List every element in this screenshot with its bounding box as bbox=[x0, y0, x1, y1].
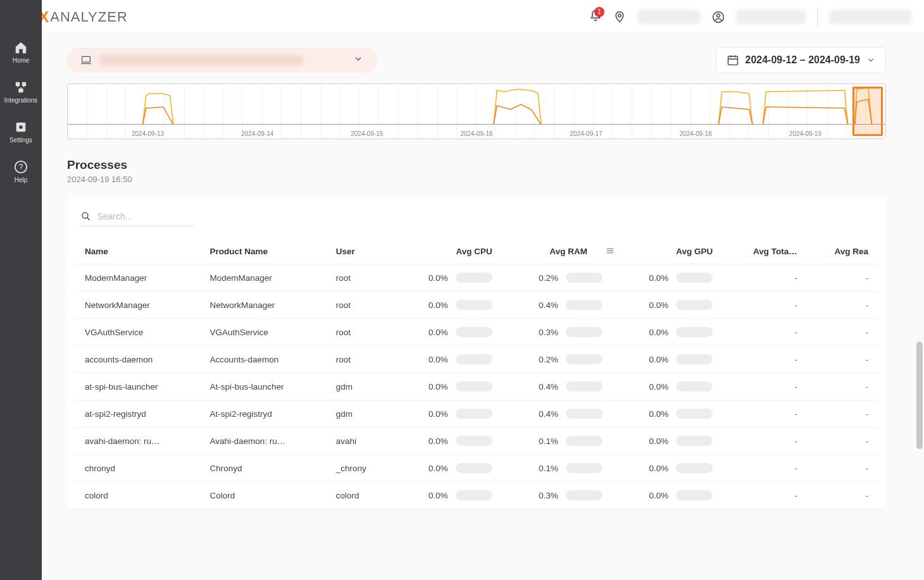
cell-cpu: 0.0% bbox=[392, 319, 503, 346]
user-circle-icon[interactable] bbox=[712, 11, 725, 23]
topbar: fle XX ANALYZER 1 bbox=[0, 0, 924, 34]
cell-cpu: 0.0% bbox=[392, 264, 503, 292]
cell-cpu: 0.0% bbox=[392, 428, 503, 455]
svg-rect-5 bbox=[18, 89, 23, 92]
ram-bar bbox=[566, 381, 602, 392]
cell-name: at-spi2-registryd bbox=[75, 400, 200, 428]
cell-name: at-spi-bus-launcher bbox=[75, 373, 200, 400]
table-row[interactable]: at-spi2-registrydAt-spi2-registrydgdm0.0… bbox=[75, 400, 878, 428]
processes-table: Name Product Name User Avg CPU Avg RAM A… bbox=[75, 239, 878, 509]
table-row[interactable]: ModemManagerModemManagerroot0.0%0.2%0.0%… bbox=[75, 264, 878, 292]
cell-rea: - bbox=[808, 482, 878, 509]
device-selector[interactable] bbox=[67, 47, 377, 73]
notifications-button[interactable]: 1 bbox=[589, 9, 602, 25]
col-avg-gpu[interactable]: Avg GPU bbox=[613, 239, 723, 264]
calendar-icon bbox=[727, 54, 739, 66]
cell-gpu: 0.0% bbox=[613, 482, 723, 509]
cell-product: At-spi2-registryd bbox=[200, 400, 326, 428]
date-range-text: 2024-09-12 – 2024-09-19 bbox=[746, 54, 860, 66]
cell-product: VGAuthService bbox=[200, 319, 326, 346]
cpu-bar bbox=[456, 463, 492, 473]
search-input[interactable] bbox=[97, 211, 192, 221]
user-name-redacted bbox=[736, 10, 806, 24]
table-row[interactable]: chronydChronyd_chrony0.0%0.1%0.0%-- bbox=[75, 455, 878, 482]
location-value-redacted bbox=[637, 10, 701, 24]
cell-user: avahi bbox=[326, 428, 392, 455]
cell-user: root bbox=[326, 292, 392, 319]
svg-rect-4 bbox=[22, 82, 26, 86]
sidebar-item-home[interactable]: Home bbox=[0, 38, 42, 66]
sidebar-item-integrations[interactable]: Integrations bbox=[0, 78, 42, 106]
location-pin-icon[interactable] bbox=[613, 11, 626, 23]
cell-ram: 0.2% bbox=[503, 264, 613, 292]
cell-ram: 0.2% bbox=[503, 346, 613, 373]
cell-user: gdm bbox=[326, 400, 392, 428]
cell-gpu: 0.0% bbox=[613, 346, 723, 373]
cpu-bar bbox=[456, 354, 492, 364]
search-wrap bbox=[80, 208, 194, 226]
sidebar-item-help[interactable]: ? Help bbox=[0, 157, 42, 186]
processes-card: Name Product Name User Avg CPU Avg RAM A… bbox=[67, 197, 886, 509]
cell-tota: - bbox=[723, 455, 807, 482]
scrollbar-thumb[interactable] bbox=[916, 342, 923, 449]
sidebar-item-settings[interactable]: Settings bbox=[0, 118, 42, 146]
cell-gpu: 0.0% bbox=[613, 400, 723, 428]
cell-tota: - bbox=[723, 292, 807, 319]
svg-rect-11 bbox=[728, 56, 737, 65]
table-row[interactable]: NetworkManagerNetworkManagerroot0.0%0.4%… bbox=[75, 292, 878, 319]
timeline-tick-label: 2024-09-13 bbox=[132, 130, 164, 137]
col-user[interactable]: User bbox=[326, 239, 392, 264]
table-row[interactable]: VGAuthServiceVGAuthServiceroot0.0%0.3%0.… bbox=[75, 319, 878, 346]
sidebar: Home Integrations Settings ? Help bbox=[0, 0, 42, 580]
svg-point-7 bbox=[19, 125, 23, 129]
cell-product: NetworkManager bbox=[200, 292, 326, 319]
sidebar-item-label: Home bbox=[13, 57, 30, 64]
cell-user: colord bbox=[326, 482, 392, 509]
timeline-chart[interactable]: 2024-09-13 2024-09-14 2024-09-15 2024-09… bbox=[67, 83, 886, 139]
cpu-bar bbox=[456, 273, 492, 283]
gpu-bar bbox=[676, 490, 713, 500]
cell-cpu: 0.0% bbox=[392, 400, 503, 428]
col-avg-tota[interactable]: Avg Tota… bbox=[723, 239, 807, 264]
cell-gpu: 0.0% bbox=[613, 428, 723, 455]
timeline-labels: 2024-09-13 2024-09-14 2024-09-15 2024-09… bbox=[68, 130, 885, 137]
main-content: 2024-09-12 – 2024-09-19 2024-09-13 2024-… bbox=[42, 34, 911, 580]
timeline-selection-handle[interactable] bbox=[852, 87, 883, 136]
cell-rea: - bbox=[808, 373, 878, 400]
col-avg-cpu[interactable]: Avg CPU bbox=[392, 239, 503, 264]
cell-ram: 0.4% bbox=[503, 373, 613, 400]
col-avg-ram[interactable]: Avg RAM bbox=[503, 239, 613, 264]
cell-cpu: 0.0% bbox=[392, 455, 503, 482]
gpu-bar bbox=[676, 381, 713, 392]
integrations-icon bbox=[14, 80, 28, 94]
table-row[interactable]: at-spi-bus-launcherAt-spi-bus-launchergd… bbox=[75, 373, 878, 400]
cell-gpu: 0.0% bbox=[613, 264, 723, 292]
cell-tota: - bbox=[723, 428, 807, 455]
chevron-down-icon bbox=[866, 56, 875, 65]
help-icon: ? bbox=[14, 160, 28, 174]
cell-user: root bbox=[326, 319, 392, 346]
col-product[interactable]: Product Name bbox=[200, 239, 326, 264]
table-row[interactable]: colordColordcolord0.0%0.3%0.0%-- bbox=[75, 482, 878, 509]
ram-bar bbox=[566, 436, 602, 446]
cell-name: NetworkManager bbox=[75, 292, 200, 319]
cell-user: root bbox=[326, 264, 392, 292]
cell-cpu: 0.0% bbox=[392, 292, 503, 319]
tenant-redacted bbox=[829, 10, 911, 24]
cell-ram: 0.3% bbox=[503, 482, 613, 509]
date-range-picker[interactable]: 2024-09-12 – 2024-09-19 bbox=[716, 47, 886, 73]
topbar-right: 1 bbox=[589, 8, 911, 27]
sidebar-item-label: Help bbox=[15, 176, 28, 183]
table-row[interactable]: accounts-daemonAccounts-daemonroot0.0%0.… bbox=[75, 346, 878, 373]
sidebar-item-label: Settings bbox=[9, 137, 32, 144]
cell-user: _chrony bbox=[326, 455, 392, 482]
search-icon bbox=[81, 211, 91, 222]
cell-tota: - bbox=[723, 400, 807, 428]
col-name[interactable]: Name bbox=[75, 239, 200, 264]
table-row[interactable]: avahi-daemon: ru…Avahi-daemon: ru…avahi0… bbox=[75, 428, 878, 455]
cell-cpu: 0.0% bbox=[392, 482, 503, 509]
cell-tota: - bbox=[723, 319, 807, 346]
timeline-tick-label: 2024-09-19 bbox=[789, 130, 821, 137]
svg-point-12 bbox=[82, 213, 88, 218]
col-avg-rea[interactable]: Avg Rea bbox=[808, 239, 878, 264]
